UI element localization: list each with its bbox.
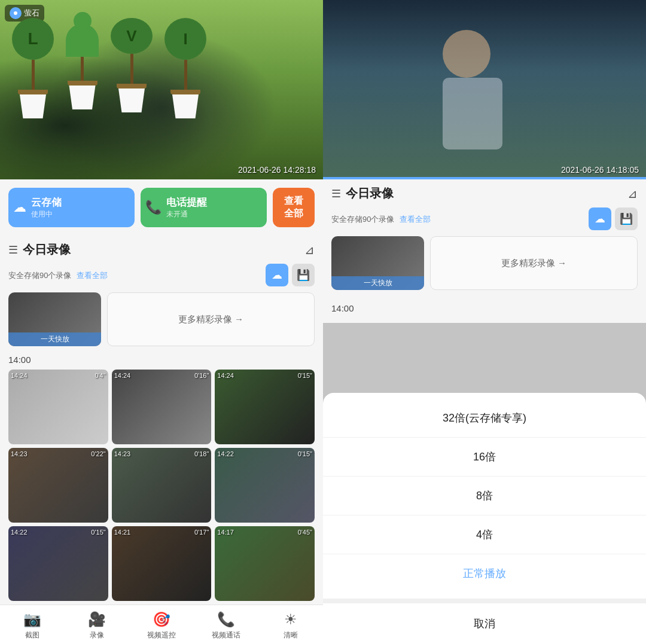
- right-view-all-link[interactable]: 查看全部: [400, 215, 431, 224]
- video-time-6: 14:22: [217, 450, 234, 457]
- video-time-3: 14:24: [217, 372, 234, 379]
- video-thumb-4[interactable]: 14:23 0'22": [8, 448, 108, 523]
- video-thumb-2[interactable]: 14:24 0'16": [112, 370, 212, 444]
- nav-record[interactable]: 🎥 录像: [65, 611, 129, 640]
- video-duration-5: 0'18": [194, 450, 209, 457]
- videocall-label: 视频通话: [212, 630, 240, 640]
- video-thumb-7[interactable]: 14:22 0'15": [8, 526, 108, 601]
- logo-icon: [10, 7, 22, 19]
- left-recording-section: ☰ 今日录像 ⊿ 安全存储90个录像 查看全部 ☁ 💾 一: [0, 236, 323, 605]
- cloud-storage-button[interactable]: ☁ 云存储 使用中: [8, 188, 135, 227]
- speed-option-4x[interactable]: 4倍: [323, 515, 646, 554]
- cloud-storage-sublabel: 使用中: [31, 209, 62, 219]
- logo-text: 萤石: [24, 8, 39, 19]
- speed-option-32x[interactable]: 32倍(云存储专享): [323, 399, 646, 438]
- action-buttons-row: ☁ 云存储 使用中 📞 电话提醒 未开通 查看 全部: [0, 179, 323, 236]
- phone-icon: 📞: [145, 200, 162, 215]
- record-icon: 🎥: [88, 611, 106, 628]
- right-highlight-label: 一天快放: [331, 276, 424, 290]
- video-time-5: 14:23: [114, 450, 131, 457]
- bottom-nav: 📷 截图 🎥 录像 🎯 视频遥控 📞 视频通话 ☀ 清晰: [0, 605, 323, 644]
- nav-clarity[interactable]: ☀ 清晰: [258, 611, 323, 640]
- video-duration-7: 0'15": [91, 529, 105, 536]
- video-time-1: 14:24: [11, 372, 28, 379]
- left-section-header: ☰ 今日录像 ⊿: [8, 236, 315, 261]
- video-thumb-9[interactable]: 14:17 0'45": [215, 526, 315, 601]
- phone-reminder-label: 电话提醒: [166, 196, 207, 209]
- left-storage-bar: 安全存储90个录像 查看全部 ☁ 💾: [8, 261, 315, 292]
- right-section-title: 今日录像: [346, 185, 394, 202]
- cloud-toggle-icon: ☁: [272, 268, 282, 282]
- video-time-4: 14:23: [11, 450, 28, 457]
- video-time-9: 14:17: [217, 529, 234, 536]
- speed-option-16x[interactable]: 16倍: [323, 438, 646, 477]
- svg-point-1: [14, 11, 17, 15]
- video-duration-8: 0'17": [194, 529, 209, 536]
- screenshot-label: 截图: [25, 630, 39, 640]
- video-duration-1: 0'4": [95, 372, 105, 379]
- left-highlight-thumb[interactable]: 一天快放: [8, 292, 101, 346]
- nav-remote-control[interactable]: 🎯 视频遥控: [129, 611, 194, 640]
- video-thumb-8[interactable]: 14:21 0'17": [112, 526, 212, 601]
- speed-menu: 32倍(云存储专享) 16倍 8倍 4倍 正常播放 取消: [323, 393, 646, 644]
- left-section-title: 今日录像: [23, 242, 71, 258]
- right-local-storage-toggle[interactable]: 💾: [615, 207, 638, 230]
- video-duration-2: 0'16": [194, 372, 209, 379]
- left-highlight-label: 一天快放: [8, 332, 101, 346]
- speed-cancel-button[interactable]: 取消: [323, 599, 646, 644]
- left-view-all-link[interactable]: 查看全部: [77, 271, 108, 280]
- video-thumb-1[interactable]: 14:24 0'4": [8, 370, 108, 444]
- right-cloud-storage-toggle[interactable]: ☁: [589, 207, 611, 230]
- cloud-icon: ☁: [13, 200, 26, 215]
- right-more-recordings[interactable]: 更多精彩录像 →: [430, 236, 638, 290]
- local-toggle-icon: 💾: [297, 268, 310, 282]
- right-highlight-thumb[interactable]: 一天快放: [331, 236, 424, 290]
- menu-icon[interactable]: ☰: [8, 243, 18, 257]
- right-menu-icon[interactable]: ☰: [331, 187, 341, 200]
- left-filter-icon[interactable]: ⊿: [304, 243, 315, 257]
- nav-video-call[interactable]: 📞 视频通话: [194, 611, 258, 640]
- phone-reminder-sublabel: 未开通: [166, 209, 207, 219]
- left-panel: 萤石 L V: [0, 0, 323, 644]
- video-time-2: 14:24: [114, 372, 131, 379]
- phone-reminder-button[interactable]: 📞 电话提醒 未开通: [141, 188, 267, 227]
- view-all-button[interactable]: 查看 全部: [273, 188, 315, 227]
- left-highlight-row: 一天快放 更多精彩录像 →: [8, 292, 315, 346]
- right-storage-bar: 安全存储90个录像 查看全部 ☁ 💾: [331, 205, 638, 236]
- speed-overlay: 32倍(云存储专享) 16倍 8倍 4倍 正常播放 取消: [323, 323, 646, 644]
- left-time-group-label: 14:00: [8, 355, 315, 365]
- view-all-line2: 全部: [284, 207, 303, 220]
- local-storage-toggle[interactable]: 💾: [292, 264, 315, 286]
- cloud-storage-label: 云存储: [31, 196, 62, 209]
- videocall-icon: 📞: [217, 611, 235, 628]
- right-camera-feed: 2021-06-26 14:18:05: [323, 0, 646, 179]
- right-cloud-icon: ☁: [595, 212, 605, 225]
- remote-label: 视频遥控: [147, 630, 176, 640]
- right-highlight-row: 一天快放 更多精彩录像 →: [331, 236, 638, 290]
- view-all-line1: 查看: [284, 195, 303, 207]
- left-more-recordings[interactable]: 更多精彩录像 →: [107, 292, 315, 346]
- cloud-storage-toggle[interactable]: ☁: [266, 264, 288, 286]
- video-thumb-5[interactable]: 14:23 0'18": [112, 448, 212, 523]
- right-local-icon: 💾: [620, 212, 633, 225]
- video-time-7: 14:22: [11, 529, 28, 536]
- video-thumb-6[interactable]: 14:22 0'15": [215, 448, 315, 523]
- right-filter-icon[interactable]: ⊿: [627, 187, 638, 201]
- speed-option-normal[interactable]: 正常播放: [323, 554, 646, 593]
- left-video-grid: 14:24 0'4" 14:24 0'16" 14:24 0'15" 14:23…: [8, 370, 315, 601]
- nav-screenshot[interactable]: 📷 截图: [0, 611, 65, 640]
- video-duration-4: 0'22": [91, 450, 105, 457]
- right-section-header: ☰ 今日录像 ⊿: [331, 179, 638, 205]
- video-duration-9: 0'45": [298, 529, 312, 536]
- video-thumb-3[interactable]: 14:24 0'15": [215, 370, 315, 444]
- video-duration-3: 0'15": [298, 372, 312, 379]
- clarity-label: 清晰: [284, 630, 298, 640]
- video-duration-6: 0'15": [298, 450, 312, 457]
- video-time-8: 14:21: [114, 529, 131, 536]
- right-camera-timestamp: 2021-06-26 14:18:05: [561, 165, 639, 175]
- left-storage-text: 安全存储90个录像: [8, 271, 71, 280]
- speed-option-8x[interactable]: 8倍: [323, 477, 646, 515]
- right-camera-progress-bar: [323, 177, 646, 179]
- speed-options-list: 32倍(云存储专享) 16倍 8倍 4倍 正常播放: [323, 393, 646, 599]
- clarity-icon: ☀: [284, 611, 297, 628]
